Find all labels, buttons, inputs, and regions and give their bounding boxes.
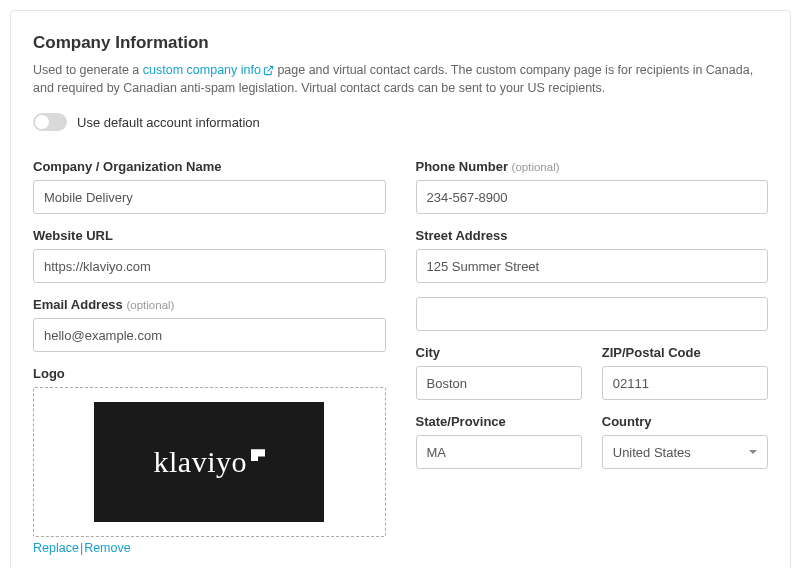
chevron-down-icon xyxy=(749,450,757,454)
city-input[interactable] xyxy=(416,366,582,400)
website-url-input[interactable] xyxy=(33,249,386,283)
street-address-2-input[interactable] xyxy=(416,297,769,331)
email-input[interactable] xyxy=(33,318,386,352)
svg-line-0 xyxy=(267,67,272,72)
email-label: Email Address (optional) xyxy=(33,297,386,312)
logo-dropzone[interactable]: klaviyo xyxy=(33,387,386,537)
page-description: Used to generate a custom company info p… xyxy=(33,61,768,97)
website-url-label: Website URL xyxy=(33,228,386,243)
logo-actions: Replace|Remove xyxy=(33,541,386,555)
custom-company-info-link[interactable]: custom company info xyxy=(143,63,274,77)
state-input[interactable] xyxy=(416,435,582,469)
logo-replace-link[interactable]: Replace xyxy=(33,541,79,555)
street-address-label: Street Address xyxy=(416,228,769,243)
default-info-toggle-row: Use default account information xyxy=(33,113,768,131)
company-info-card: Company Information Used to generate a c… xyxy=(10,10,791,568)
zip-label: ZIP/Postal Code xyxy=(602,345,768,360)
desc-prefix: Used to generate a xyxy=(33,63,143,77)
phone-input[interactable] xyxy=(416,180,769,214)
default-info-toggle-label: Use default account information xyxy=(77,115,260,130)
logo-image: klaviyo xyxy=(94,402,324,522)
company-name-input[interactable] xyxy=(33,180,386,214)
country-select[interactable]: United States xyxy=(602,435,768,469)
logo-remove-link[interactable]: Remove xyxy=(84,541,131,555)
default-info-toggle[interactable] xyxy=(33,113,67,131)
external-link-icon xyxy=(263,65,274,76)
company-name-label: Company / Organization Name xyxy=(33,159,386,174)
right-column: Phone Number (optional) Street Address C… xyxy=(416,159,769,568)
logo-flag-icon xyxy=(251,449,265,461)
phone-label: Phone Number (optional) xyxy=(416,159,769,174)
city-label: City xyxy=(416,345,582,360)
logo-brand-text: klaviyo xyxy=(154,445,266,479)
country-select-value: United States xyxy=(613,445,691,460)
country-label: Country xyxy=(602,414,768,429)
logo-label: Logo xyxy=(33,366,386,381)
page-title: Company Information xyxy=(33,33,768,53)
left-column: Company / Organization Name Website URL … xyxy=(33,159,386,568)
street-address-input[interactable] xyxy=(416,249,769,283)
state-label: State/Province xyxy=(416,414,582,429)
form-columns: Company / Organization Name Website URL … xyxy=(33,159,768,568)
zip-input[interactable] xyxy=(602,366,768,400)
